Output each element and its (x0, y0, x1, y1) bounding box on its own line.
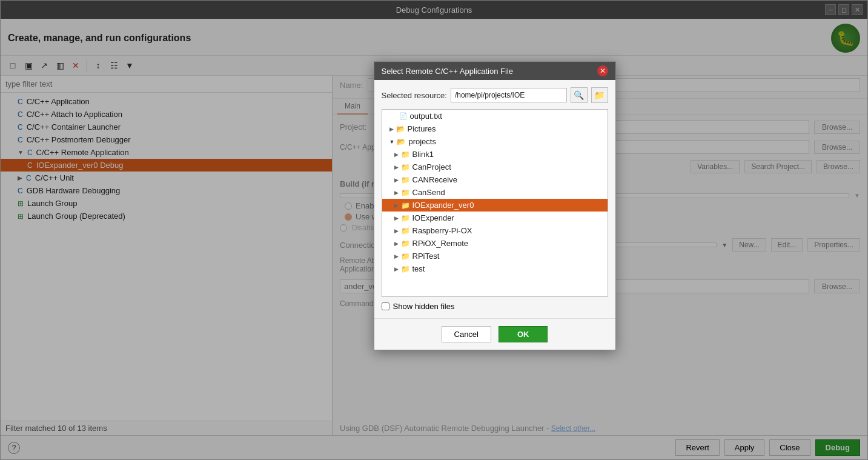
ft-item-test[interactable]: ▶ 📁 test (382, 262, 608, 275)
ft-item-output-txt[interactable]: 📄 output.txt (382, 110, 608, 122)
ft-label-canreceive: CANReceive (412, 175, 457, 184)
modal-overlay: Select Remote C/C++ Application File ✕ S… (0, 0, 868, 460)
ft-label-output-txt: output.txt (410, 112, 442, 121)
ft-item-canreceive[interactable]: ▶ 📁 CANReceive (382, 173, 608, 186)
folder-icon-blink1: 📁 (401, 150, 410, 159)
main-window: Debug Configurations ─ ◻ ✕ Create, manag… (0, 0, 868, 460)
resource-label: Selected resource: (382, 91, 447, 100)
ft-item-rpitest[interactable]: ▶ 📁 RPiTest (382, 250, 608, 262)
modal-close-button[interactable]: ✕ (597, 65, 608, 76)
file-tree: 📄 output.txt ▶ 📂 Pictures ▼ 📂 projects (382, 109, 608, 297)
modal-title: Select Remote C/C++ Application File (382, 67, 514, 76)
ft-arrow-canproject: ▶ (394, 164, 399, 170)
ft-item-projects[interactable]: ▼ 📂 projects (382, 135, 608, 148)
ft-label-rpiox-remote: RPiOX_Remote (412, 239, 468, 248)
ft-arrow-pictures: ▶ (389, 126, 394, 132)
folder-icon-ioexpender: 📁 (401, 214, 410, 222)
folder-icon-canreceive: 📁 (401, 176, 410, 184)
ft-label-raspberrypi-ox: Raspberry-Pi-OX (412, 226, 472, 235)
ft-label-canproject: CanProject (412, 162, 451, 172)
resource-search-button[interactable]: 🔍 (571, 87, 588, 103)
folder-icon-rpiox-remote: 📁 (401, 239, 410, 248)
modal-body: Selected resource: 🔍 📁 📄 output.txt (374, 80, 615, 318)
ft-item-raspberrypi-ox[interactable]: ▶ 📁 Raspberry-Pi-OX (382, 224, 608, 237)
ft-item-cansend[interactable]: ▶ 📁 CanSend (382, 186, 608, 199)
ft-label-rpitest: RPiTest (412, 252, 440, 261)
folder-icon-raspberrypi-ox: 📁 (401, 227, 410, 235)
folder-icon-test: 📁 (401, 265, 410, 273)
folder-icon-rpitest: 📁 (401, 252, 410, 261)
folder-icon-projects: 📂 (397, 138, 406, 146)
ft-label-test: test (412, 264, 425, 273)
ft-item-ioexpander-ver0[interactable]: ▶ 📁 IOExpander_ver0 (382, 199, 608, 212)
ft-arrow-cansend: ▶ (394, 190, 399, 196)
show-hidden-row: Show hidden files (382, 302, 608, 311)
ft-arrow-rpiox-remote: ▶ (394, 241, 399, 247)
ft-item-rpiox-remote[interactable]: ▶ 📁 RPiOX_Remote (382, 237, 608, 250)
modal-footer: Cancel OK (374, 318, 615, 350)
resource-input[interactable] (451, 88, 567, 102)
ft-item-ioexpender[interactable]: ▶ 📁 IOExpender (382, 212, 608, 224)
ft-label-blink1: Blink1 (412, 150, 434, 159)
ft-label-ioexpander: IOExpander_ver0 (412, 201, 474, 210)
modal-title-bar: Select Remote C/C++ Application File ✕ (374, 62, 615, 80)
ft-label-ioexpender: IOExpender (412, 213, 454, 222)
ft-arrow-test: ▶ (394, 266, 399, 272)
ft-arrow-ioexpender: ▶ (394, 215, 399, 221)
ft-arrow-canreceive: ▶ (394, 177, 399, 183)
ft-item-blink1[interactable]: ▶ 📁 Blink1 (382, 148, 608, 161)
ft-arrow-raspberrypi-ox: ▶ (394, 228, 399, 234)
ft-label-projects: projects (408, 137, 436, 146)
folder-icon-cansend: 📁 (401, 188, 410, 197)
folder-icon-canproject: 📁 (401, 163, 410, 172)
file-icon-output: 📄 (399, 112, 408, 120)
modal-dialog: Select Remote C/C++ Application File ✕ S… (374, 61, 616, 350)
ft-arrow-ioexpander: ▶ (394, 202, 399, 208)
ft-item-pictures[interactable]: ▶ 📂 Pictures (382, 122, 608, 135)
show-hidden-checkbox[interactable] (382, 302, 389, 310)
ft-item-canproject[interactable]: ▶ 📁 CanProject (382, 161, 608, 173)
folder-icon-pictures: 📂 (396, 125, 405, 133)
folder-icon-ioexpander: 📁 (401, 201, 410, 210)
ft-arrow-projects: ▼ (389, 139, 395, 145)
ft-label-cansend: CanSend (412, 188, 445, 197)
show-hidden-label: Show hidden files (393, 302, 455, 311)
ft-arrow-rpitest: ▶ (394, 253, 399, 259)
modal-resource-row: Selected resource: 🔍 📁 (382, 87, 608, 103)
modal-ok-button[interactable]: OK (499, 326, 548, 342)
modal-cancel-button[interactable]: Cancel (442, 326, 491, 342)
resource-workspace-button[interactable]: 📁 (591, 87, 608, 103)
ft-arrow-blink1: ▶ (394, 152, 399, 158)
ft-label-pictures: Pictures (408, 124, 436, 133)
